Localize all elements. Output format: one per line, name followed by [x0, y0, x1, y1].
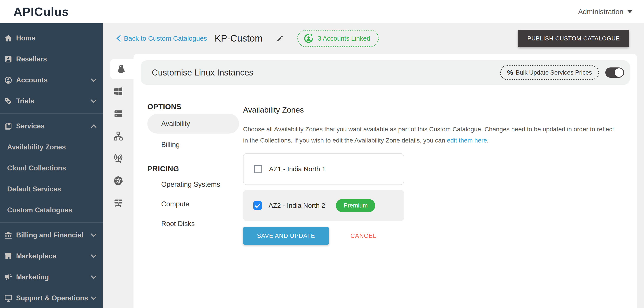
sidebar-item-availability-zones[interactable]: Availability Zones [0, 137, 103, 158]
top-bar: APICulus Administration [0, 0, 644, 23]
sidebar-item-marketing[interactable]: Marketing [0, 267, 103, 288]
sidebar-item-support-operations[interactable]: Support & Operations [0, 288, 103, 308]
windows-icon [113, 86, 124, 97]
zone-list: AZ1 - India North 1 AZ2 - India North 2 … [243, 153, 404, 221]
sidebar-item-label: Marketing [16, 273, 49, 281]
description-text: Choose all Availability Zones that you w… [243, 126, 614, 144]
rail-item-linux-instances[interactable] [110, 59, 134, 79]
options-section-title: OPTIONS [147, 101, 243, 113]
accounts-linked-label: 3 Accounts Linked [318, 35, 370, 42]
pencil-icon [276, 35, 284, 42]
sidebar-item-accounts[interactable]: Accounts [0, 70, 103, 91]
sidebar-item-label: Trials [16, 97, 34, 105]
card-nav: OPTIONS Availbility Billing PRICING Oper… [134, 101, 243, 245]
sidebar-item-home[interactable]: Home [0, 28, 103, 49]
server-icon [113, 108, 124, 119]
service-type-rail [103, 54, 134, 308]
antenna-icon [113, 153, 124, 164]
card-title: Customise Linux Instances [152, 68, 253, 77]
sidebar-item-default-services[interactable]: Default Services [0, 179, 103, 200]
nav-item-operating-systems[interactable]: Operating Systems [147, 175, 243, 194]
premium-badge: Premium [336, 199, 375, 212]
rail-item-storage[interactable] [103, 104, 134, 124]
sidebar-item-label: Marketplace [16, 252, 56, 260]
chevron-up-icon [91, 124, 96, 130]
chevron-down-icon [91, 294, 96, 300]
bulk-update-toggle[interactable] [605, 67, 624, 78]
panel-description: Choose all Availability Zones that you w… [243, 124, 618, 146]
chevron-down-icon [91, 76, 96, 82]
rail-item-network[interactable] [103, 126, 134, 146]
page-header: Back to Custom Catalogues KP-Custom 3 Ac… [103, 23, 644, 54]
administration-menu[interactable]: Administration [578, 7, 632, 16]
sidebar-item-cloud-collections[interactable]: Cloud Collections [0, 158, 103, 179]
nav-item-root-disks[interactable]: Root Disks [147, 214, 243, 234]
megaphone-icon [4, 273, 12, 282]
save-and-update-button[interactable]: SAVE AND UPDATE [243, 227, 329, 245]
percent-icon: % [507, 69, 513, 76]
home-icon [4, 34, 12, 42]
rail-item-windows-instances[interactable] [103, 81, 134, 101]
main-area: Back to Custom Catalogues KP-Custom 3 Ac… [103, 23, 644, 308]
chevron-down-icon [91, 97, 96, 103]
sidebar: Home Resellers Accounts Trials Services … [0, 23, 103, 308]
sidebar-item-label: Resellers [16, 55, 47, 63]
rail-item-host-table[interactable] [103, 193, 134, 213]
account-sync-icon [304, 33, 314, 43]
description-period: . [487, 137, 489, 144]
cancel-button[interactable]: CANCEL [350, 233, 376, 240]
account-circle-icon [4, 76, 12, 84]
chevron-down-icon [91, 273, 96, 279]
rail-item-kubernetes[interactable] [103, 171, 134, 191]
rail-item-broadcast[interactable] [103, 148, 134, 168]
nav-item-availbility[interactable]: Availbility [147, 114, 239, 134]
zone-label: AZ2 - India North 2 [268, 202, 325, 209]
customise-card: Customise Linux Instances % Bulk Update … [134, 54, 637, 308]
sidebar-item-label: Billing and Financial [16, 231, 84, 239]
nav-item-compute[interactable]: Compute [147, 194, 243, 214]
zone-label: AZ1 - India North 1 [269, 165, 326, 173]
bulk-update-label: Bulk Update Services Prices [516, 69, 592, 76]
sidebar-item-billing-and-financial[interactable]: Billing and Financial [0, 225, 103, 246]
library-icon [4, 122, 12, 130]
back-link-label: Back to Custom Catalogues [124, 35, 207, 42]
sidebar-item-label: Support & Operations [16, 294, 88, 302]
chevron-down-icon [91, 252, 96, 258]
accounts-linked-badge[interactable]: 3 Accounts Linked [297, 30, 379, 47]
network-table-icon [113, 198, 124, 208]
sidebar-divider [0, 113, 103, 114]
chevron-down-icon [91, 231, 96, 237]
back-to-custom-catalogues-link[interactable]: Back to Custom Catalogues [116, 35, 207, 42]
monitor-icon [4, 294, 12, 303]
caret-down-icon [628, 10, 632, 13]
sidebar-item-services[interactable]: Services [0, 116, 103, 137]
card-header: Customise Linux Instances % Bulk Update … [141, 60, 630, 85]
sidebar-item-label: Services [16, 122, 45, 130]
apiculus-logo: APICulus [14, 5, 69, 18]
linux-penguin-icon [116, 64, 126, 74]
sidebar-item-custom-catalogues[interactable]: Custom Catalogues [0, 200, 103, 221]
az2-checkbox-checked[interactable] [253, 201, 262, 210]
zone-row-az1[interactable]: AZ1 - India North 1 [243, 153, 404, 185]
zone-row-az2[interactable]: AZ2 - India North 2 Premium [243, 190, 404, 221]
publish-custom-catalogue-button[interactable]: PUBLISH CUSTOM CATALOGUE [518, 30, 629, 47]
sidebar-item-label: Accounts [16, 76, 48, 84]
nav-item-billing[interactable]: Billing [147, 135, 243, 155]
sidebar-divider [0, 223, 103, 223]
sidebar-item-marketplace[interactable]: Marketplace [0, 246, 103, 267]
edit-title-button[interactable] [276, 35, 284, 42]
reseller-badge-icon [4, 55, 12, 63]
bulk-update-prices-badge[interactable]: % Bulk Update Services Prices [500, 65, 599, 80]
catalogue-title: KP-Custom [215, 33, 263, 44]
sidebar-item-resellers[interactable]: Resellers [0, 49, 103, 70]
az1-checkbox-unchecked[interactable] [254, 165, 262, 173]
availability-zones-panel: Availability Zones Choose all Availabili… [243, 101, 637, 245]
kubernetes-icon [113, 175, 124, 186]
edit-them-here-link[interactable]: edit them here [447, 137, 487, 144]
storefront-icon [4, 252, 12, 261]
chevron-left-icon [116, 35, 121, 41]
sidebar-item-trials[interactable]: Trials [0, 91, 103, 112]
panel-heading: Availability Zones [243, 105, 637, 114]
tag-heart-icon [4, 97, 12, 105]
sitemap-icon [113, 131, 124, 141]
